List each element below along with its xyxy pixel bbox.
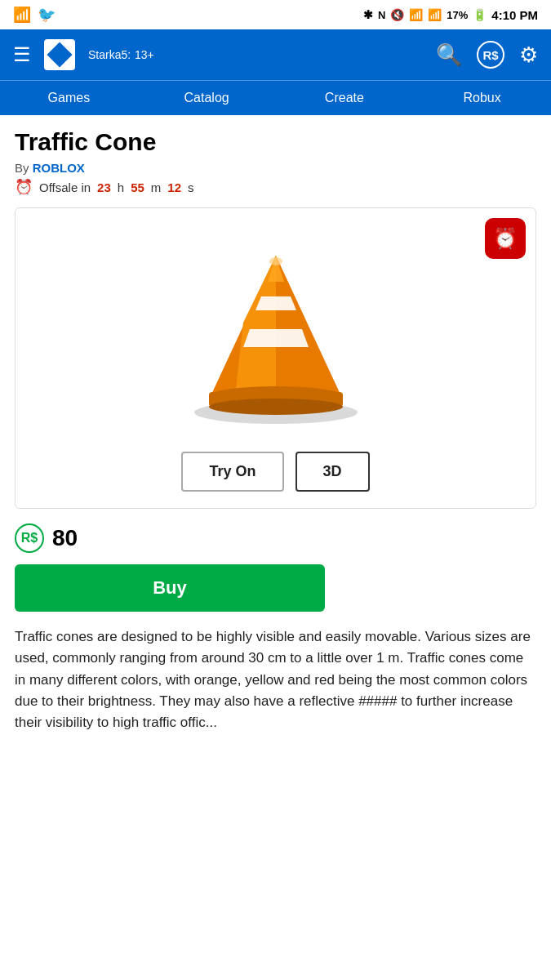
hamburger-menu-button[interactable]: ☰ bbox=[13, 43, 31, 66]
search-icon[interactable]: 🔍 bbox=[436, 42, 462, 68]
battery-level: 17% bbox=[447, 9, 468, 21]
alarm-badge: ⏰ bbox=[485, 218, 526, 259]
item-title: Traffic Cone bbox=[15, 128, 536, 156]
item-image-box: ⏰ bbox=[15, 207, 536, 509]
offsale-label: Offsale in bbox=[39, 180, 91, 194]
item-action-buttons: Try On 3D bbox=[181, 452, 369, 492]
bluetooth-icon: ✱ bbox=[363, 8, 373, 21]
offsale-timer: ⏰ Offsale in 23 h 55 m 12 s bbox=[15, 178, 536, 196]
creator-prefix: By bbox=[15, 161, 29, 175]
timer-hours: 23 bbox=[97, 180, 111, 194]
status-left: 📶 🐦 bbox=[13, 6, 56, 24]
robux-price-icon: R$ bbox=[15, 523, 44, 553]
tab-robux[interactable]: Robux bbox=[413, 81, 551, 115]
settings-icon[interactable]: ⚙ bbox=[519, 42, 538, 68]
item-creator-row: By ROBLOX bbox=[15, 161, 536, 175]
traffic-cone-svg bbox=[170, 233, 382, 429]
try-on-button[interactable]: Try On bbox=[181, 452, 283, 492]
svg-marker-4 bbox=[243, 329, 309, 347]
item-image bbox=[162, 225, 390, 437]
price-row: R$ 80 bbox=[15, 523, 536, 553]
username-display: Starka5: 13+ bbox=[88, 47, 423, 63]
status-bar: 📶 🐦 ✱ N 🔇 📶 📶 17% 🔋 4:10 PM bbox=[0, 0, 551, 29]
nav-tabs: Games Catalog Create Robux bbox=[0, 80, 551, 115]
3d-button[interactable]: 3D bbox=[295, 452, 370, 492]
roblox-logo-mark bbox=[47, 42, 72, 67]
roblox-logo bbox=[44, 39, 75, 70]
timer-minutes: 55 bbox=[131, 180, 144, 194]
nfc-icon: N bbox=[378, 9, 385, 21]
twitter-icon: 🐦 bbox=[38, 6, 56, 24]
buy-button[interactable]: Buy bbox=[15, 564, 325, 612]
main-content: Traffic Cone By ROBLOX ⏰ Offsale in 23 h… bbox=[0, 115, 551, 747]
cell-signal-icon: 📶 bbox=[428, 8, 442, 21]
timer-seconds: 12 bbox=[167, 180, 181, 194]
tab-games[interactable]: Games bbox=[0, 81, 138, 115]
alarm-icon: ⏰ bbox=[15, 178, 33, 196]
battery-icon: 🔋 bbox=[473, 8, 487, 21]
robux-icon[interactable]: R$ bbox=[477, 41, 504, 69]
clock: 4:10 PM bbox=[491, 8, 538, 22]
price-amount: 80 bbox=[52, 525, 78, 551]
svg-point-7 bbox=[209, 399, 343, 415]
status-right: ✱ N 🔇 📶 📶 17% 🔋 4:10 PM bbox=[363, 8, 538, 22]
wifi-signal-icon: 📶 bbox=[409, 8, 423, 21]
tab-create[interactable]: Create bbox=[276, 81, 414, 115]
alarm-badge-icon: ⏰ bbox=[493, 227, 518, 250]
muted-icon: 🔇 bbox=[390, 8, 404, 21]
item-description: Traffic cones are designed to be highly … bbox=[15, 626, 536, 734]
tab-catalog[interactable]: Catalog bbox=[138, 81, 276, 115]
wifi-icon: 📶 bbox=[13, 6, 31, 24]
username-text: Starka5: bbox=[88, 48, 131, 61]
creator-link[interactable]: ROBLOX bbox=[33, 161, 85, 175]
minutes-label: m bbox=[151, 180, 162, 194]
svg-point-9 bbox=[269, 257, 282, 265]
age-label: 13+ bbox=[135, 48, 154, 61]
nav-bar: ☰ Starka5: 13+ 🔍 R$ ⚙ bbox=[0, 29, 551, 80]
seconds-label: s bbox=[188, 180, 194, 194]
nav-action-icons: 🔍 R$ ⚙ bbox=[436, 41, 538, 69]
hours-label: h bbox=[118, 180, 124, 194]
svg-marker-3 bbox=[256, 296, 296, 310]
